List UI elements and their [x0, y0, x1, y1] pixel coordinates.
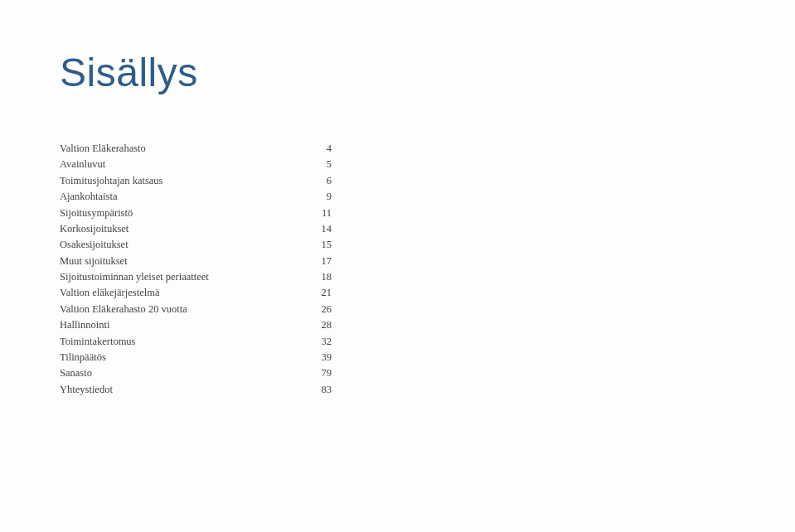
toc-page-number: 17	[307, 254, 332, 269]
toc-page-number: 83	[307, 382, 332, 398]
toc-page-number: 26	[307, 302, 332, 317]
toc-page-number: 32	[307, 334, 332, 350]
document-page: Sisällys Valtion Eläkerahasto4Avainluvut…	[0, 0, 795, 532]
toc-row: Avainluvut5	[60, 157, 332, 172]
toc-label: Osakesijoitukset	[60, 237, 307, 253]
toc-label: Sijoitustoiminnan yleiset periaatteet	[60, 269, 307, 285]
table-of-contents: Valtion Eläkerahasto4Avainluvut5Toimitus…	[60, 141, 795, 398]
toc-row: Sijoitusympäristö11	[60, 206, 332, 221]
toc-row: Valtion Eläkerahasto4	[60, 141, 332, 157]
toc-page-number: 11	[307, 206, 332, 221]
toc-page-number: 39	[307, 350, 332, 365]
toc-row: Sijoitustoiminnan yleiset periaatteet18	[60, 269, 332, 285]
toc-row: Toimitusjohtajan katsaus6	[60, 173, 332, 189]
toc-row: Muut sijoitukset17	[60, 254, 332, 269]
toc-label: Sijoitusympäristö	[60, 206, 307, 221]
toc-row: Korkosijoitukset14	[60, 221, 332, 237]
toc-label: Ajankohtaista	[60, 189, 307, 205]
page-title: Sisällys	[60, 50, 795, 95]
toc-row: Ajankohtaista9	[60, 189, 332, 205]
toc-label: Hallinnointi	[60, 317, 307, 333]
toc-label: Avainluvut	[60, 157, 307, 172]
toc-page-number: 6	[307, 173, 332, 189]
toc-label: Valtion Eläkerahasto 20 vuotta	[60, 302, 307, 317]
toc-row: Tilinpäätös39	[60, 350, 332, 365]
toc-page-number: 4	[307, 141, 332, 157]
toc-row: Valtion eläkejärjestelmä21	[60, 285, 332, 301]
toc-page-number: 15	[307, 237, 332, 253]
toc-page-number: 21	[307, 285, 332, 301]
toc-row: Toimintakertomus32	[60, 334, 332, 350]
toc-row: Yhteystiedot83	[60, 382, 332, 398]
toc-label: Valtion Eläkerahasto	[60, 141, 307, 157]
toc-page-number: 5	[307, 157, 332, 172]
toc-row: Valtion Eläkerahasto 20 vuotta26	[60, 302, 332, 317]
toc-label: Yhteystiedot	[60, 382, 307, 398]
toc-row: Hallinnointi28	[60, 317, 332, 333]
toc-page-number: 28	[307, 317, 332, 333]
toc-page-number: 18	[307, 269, 332, 285]
toc-label: Tilinpäätös	[60, 350, 307, 365]
toc-label: Muut sijoitukset	[60, 254, 307, 269]
toc-label: Sanasto	[60, 365, 307, 381]
toc-label: Valtion eläkejärjestelmä	[60, 285, 307, 301]
toc-label: Korkosijoitukset	[60, 221, 307, 237]
toc-page-number: 79	[307, 365, 332, 381]
toc-page-number: 9	[307, 189, 332, 205]
toc-row: Osakesijoitukset15	[60, 237, 332, 253]
toc-label: Toimitusjohtajan katsaus	[60, 173, 307, 189]
toc-page-number: 14	[307, 221, 332, 237]
toc-row: Sanasto79	[60, 365, 332, 381]
toc-label: Toimintakertomus	[60, 334, 307, 350]
